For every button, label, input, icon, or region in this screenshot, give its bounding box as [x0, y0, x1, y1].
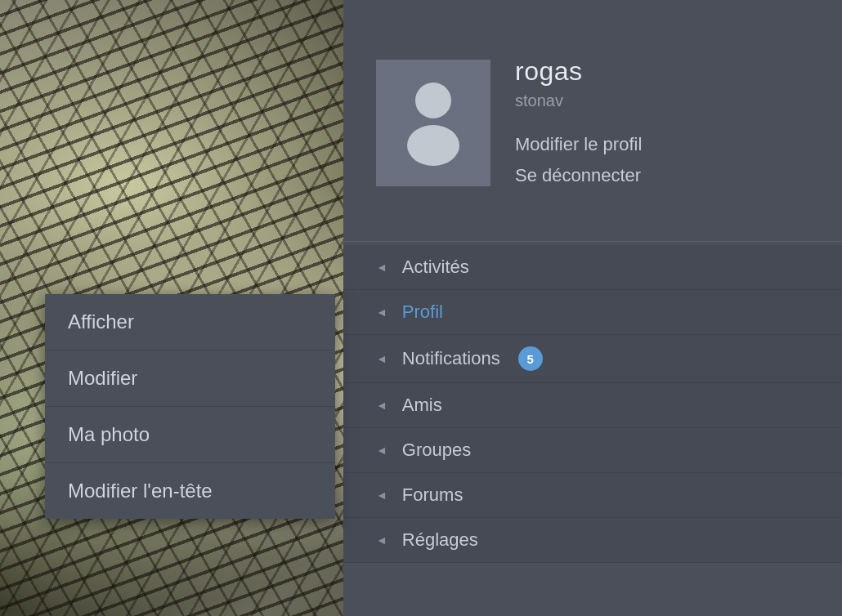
svg-point-0: [415, 83, 451, 118]
nav-label-amis: Amis: [402, 395, 442, 416]
edit-profile-link[interactable]: Modifier le profil: [515, 132, 642, 158]
nav-item-reglages[interactable]: ◄ Réglages: [343, 518, 842, 563]
nav-item-groupes[interactable]: ◄ Groupes: [343, 428, 842, 473]
chevron-icon-activites: ◄: [376, 261, 387, 274]
nav-item-forums[interactable]: ◄ Forums: [343, 473, 842, 518]
chevron-icon-profil: ◄: [376, 306, 387, 319]
section-divider: [343, 241, 842, 242]
avatar: [376, 60, 490, 186]
chevron-icon-forums: ◄: [376, 489, 387, 502]
svg-point-1: [407, 125, 459, 166]
user-section: rogas stonav Modifier le profil Se décon…: [343, 0, 842, 245]
chevron-icon-notifications: ◄: [376, 352, 387, 365]
nav-label-notifications: Notifications: [402, 348, 500, 369]
nav-item-amis[interactable]: ◄ Amis: [343, 383, 842, 428]
nav-item-activites[interactable]: ◄ Activités: [343, 245, 842, 290]
chevron-icon-amis: ◄: [376, 399, 387, 412]
notification-badge: 5: [518, 346, 543, 371]
nav-menu: ◄ Activités ◄ Profil ◄ Notifications 5 ◄…: [343, 245, 842, 563]
nav-item-notifications[interactable]: ◄ Notifications 5: [343, 335, 842, 383]
dropdown-item-ma-photo[interactable]: Ma photo: [45, 407, 335, 463]
avatar-icon: [396, 76, 470, 169]
dropdown-menu: Afficher Modifier Ma photo Modifier l'en…: [45, 294, 335, 519]
nav-label-reglages: Réglages: [402, 529, 478, 551]
chevron-icon-reglages: ◄: [376, 533, 387, 547]
user-info: rogas stonav Modifier le profil Se décon…: [515, 56, 642, 189]
dropdown-item-afficher[interactable]: Afficher: [45, 294, 335, 350]
nav-label-activites: Activités: [402, 257, 469, 278]
nav-label-profil: Profil: [402, 301, 443, 323]
chevron-icon-groupes: ◄: [376, 444, 387, 457]
logout-link[interactable]: Se déconnecter: [515, 163, 642, 189]
nav-label-groupes: Groupes: [402, 440, 471, 461]
user-handle: stonav: [515, 92, 642, 110]
dropdown-item-modifier[interactable]: Modifier: [45, 350, 335, 407]
username: rogas: [515, 56, 642, 87]
nav-label-forums: Forums: [402, 484, 464, 506]
dropdown-item-modifier-en-tete[interactable]: Modifier l'en-tête: [45, 463, 335, 519]
nav-item-profil[interactable]: ◄ Profil: [343, 290, 842, 335]
